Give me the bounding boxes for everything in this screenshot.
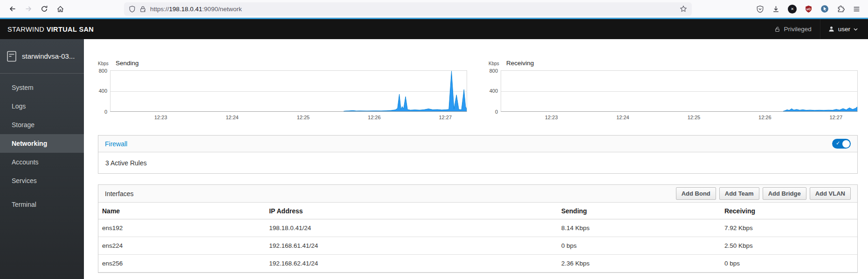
chart-unit-label: Kbps — [489, 61, 501, 66]
y-tick-label: 0 — [495, 109, 498, 115]
user-menu[interactable]: user — [820, 19, 861, 39]
user-icon — [828, 26, 835, 33]
x-tick-label: 12:25 — [297, 115, 310, 120]
hamburger-menu-icon[interactable] — [853, 5, 861, 13]
chart-area-svg — [110, 71, 467, 111]
chart-header: Kbps Receiving — [489, 60, 858, 67]
toggle-check-icon: ✓ — [836, 140, 840, 146]
brand-title: STARWIND VIRTUAL SAN — [7, 26, 94, 33]
x-tick-label: 12:26 — [758, 115, 772, 120]
x-tick-label: 12:24 — [616, 115, 629, 120]
chart-x-axis: 12:2312:2412:2512:2612:27 — [501, 112, 858, 122]
host-selector[interactable]: starwindvsa-03... — [0, 39, 84, 73]
chart-plot — [110, 70, 467, 112]
sidebar-item-logs[interactable]: Logs — [0, 97, 84, 116]
y-tick-label: 0 — [104, 109, 107, 115]
extension-icon-dark[interactable]: ✕ — [788, 5, 797, 14]
back-arrow-icon — [9, 5, 16, 13]
sidebar-divider — [0, 73, 84, 74]
interface-row-ens224[interactable]: ens224192.168.61.41/240 bps2.50 Kbps — [98, 237, 857, 255]
home-button[interactable] — [52, 2, 68, 16]
cell-ip-address: 192.168.61.41/24 — [265, 237, 558, 255]
chart-y-axis: 8004000 — [98, 70, 110, 112]
svg-text:uO: uO — [806, 7, 811, 10]
server-icon — [7, 51, 16, 62]
chart-body: 8004000 — [98, 70, 467, 112]
cell-name: ens256 — [98, 255, 265, 272]
cell-sending: 8.14 Kbps — [558, 219, 721, 237]
chart-receiving: Kbps Receiving 8004000 12:2312:2412:2512… — [489, 60, 858, 122]
sidebar-item-system[interactable]: System — [0, 78, 84, 97]
cell-sending: 2.36 Kbps — [558, 255, 721, 272]
firewall-panel-header: Firewall ✓ — [98, 136, 857, 152]
add-team-button[interactable]: Add Team — [719, 187, 759, 200]
x-tick-label: 12:23 — [154, 115, 167, 120]
host-label: starwindvsa-03... — [22, 52, 75, 60]
firewall-toggle[interactable]: ✓ — [832, 139, 851, 149]
add-vlan-button[interactable]: Add VLAN — [810, 187, 851, 200]
firewall-link[interactable]: Firewall — [105, 140, 127, 148]
interface-row-ens192[interactable]: ens192198.18.0.41/248.14 Kbps7.92 Kbps — [98, 219, 857, 237]
y-tick-label: 400 — [99, 88, 107, 94]
chevron-down-icon — [854, 28, 858, 31]
url-text: https://198.18.0.41:9090/network — [150, 6, 242, 13]
cell-sending: 0 bps — [558, 237, 721, 255]
firewall-panel: Firewall ✓ 3 Active Rules — [98, 135, 858, 174]
chart-title: Sending — [116, 60, 139, 67]
forward-button[interactable] — [21, 2, 36, 16]
url-bar[interactable]: https://198.18.0.41:9090/network — [124, 2, 692, 16]
interface-row-ens256[interactable]: ens256192.168.62.41/242.36 Kbps0 bps — [98, 255, 857, 272]
cell-receiving: 7.92 Kbps — [721, 219, 857, 237]
extension-shield-badge-icon[interactable] — [756, 5, 764, 13]
firewall-status: 3 Active Rules — [98, 152, 857, 173]
download-icon[interactable] — [772, 5, 780, 13]
x-tick-label: 12:25 — [688, 115, 701, 120]
sidebar-item-storage[interactable]: Storage — [0, 116, 84, 134]
add-bridge-button[interactable]: Add Bridge — [763, 187, 806, 200]
sidebar-item-accounts[interactable]: Accounts — [0, 153, 84, 171]
chart-x-axis: 12:2312:2412:2512:2612:27 — [110, 112, 467, 122]
cell-receiving: 2.50 Kbps — [721, 237, 857, 255]
interfaces-actions: Add BondAdd TeamAdd BridgeAdd VLAN — [676, 187, 851, 200]
x-tick-label: 12:23 — [545, 115, 558, 120]
lock-warning-icon[interactable] — [139, 6, 146, 13]
charts-row: Kbps Sending 8004000 12:2312:2412:2512:2… — [98, 60, 858, 122]
privileged-badge[interactable]: Privileged — [766, 26, 820, 33]
add-bond-button[interactable]: Add Bond — [676, 187, 716, 200]
column-header-name: Name — [98, 203, 265, 219]
column-header-receiving: Receiving — [721, 203, 857, 219]
extension-cursor-icon[interactable] — [820, 5, 829, 13]
extensions-puzzle-icon[interactable] — [837, 5, 845, 13]
interfaces-panel: Interfaces Add BondAdd TeamAdd BridgeAdd… — [98, 184, 858, 273]
chart-header: Kbps Sending — [98, 60, 467, 67]
chart-title: Receiving — [506, 60, 534, 67]
cell-receiving: 0 bps — [721, 255, 857, 272]
sidebar-item-terminal[interactable]: Terminal — [0, 195, 84, 214]
user-label: user — [838, 26, 850, 33]
privileged-label: Privileged — [784, 26, 811, 33]
browser-chrome: https://198.18.0.41:9090/network ✕ uO — [0, 0, 868, 18]
y-tick-label: 400 — [489, 88, 498, 94]
sidebar-item-services[interactable]: Services — [0, 171, 84, 190]
lock-open-icon — [774, 26, 780, 33]
sidebar-nav: SystemLogsStorageNetworkingAccountsServi… — [0, 78, 84, 214]
interfaces-table: NameIP AddressSendingReceiving ens192198… — [98, 203, 857, 272]
sidebar: starwindvsa-03... SystemLogsStorageNetwo… — [0, 39, 84, 279]
bookmark-star-icon[interactable] — [680, 5, 687, 13]
toggle-knob — [842, 140, 850, 148]
chart-sending: Kbps Sending 8004000 12:2312:2412:2512:2… — [98, 60, 467, 122]
back-button[interactable] — [5, 2, 21, 16]
y-tick-label: 800 — [99, 68, 107, 74]
column-header-ip-address: IP Address — [265, 203, 558, 219]
chart-body: 8004000 — [489, 70, 858, 112]
forward-arrow-icon — [25, 5, 32, 13]
tracking-shield-icon[interactable] — [129, 6, 136, 13]
ublock-shield-icon[interactable]: uO — [805, 5, 813, 13]
chart-area-svg — [501, 71, 857, 111]
reload-button[interactable] — [36, 2, 52, 16]
cell-name: ens224 — [98, 237, 265, 255]
cell-ip-address: 198.18.0.41/24 — [265, 219, 558, 237]
cell-name: ens192 — [98, 219, 265, 237]
sidebar-item-networking[interactable]: Networking — [0, 134, 84, 153]
cell-ip-address: 192.168.62.41/24 — [265, 255, 558, 272]
